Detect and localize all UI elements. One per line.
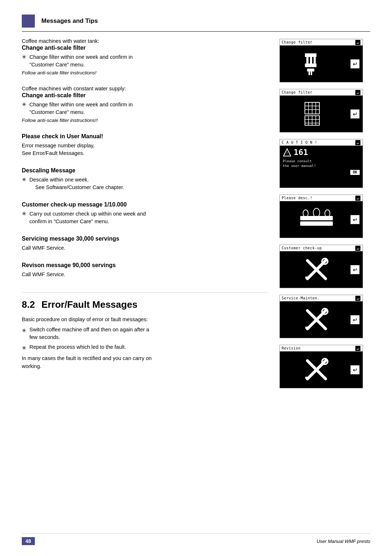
screen-icon-area-7 <box>283 357 350 383</box>
svg-point-25 <box>313 208 320 217</box>
page-header: Messages and Tips <box>22 15 370 32</box>
bullet-symbol: ✳ <box>22 176 26 183</box>
tools-graphic-3 <box>300 357 333 383</box>
screen-enter-icon-5: ↵ <box>355 245 361 251</box>
screen-icon-area-6 <box>283 307 350 332</box>
section-intro-1: Coffee machines with water tank: <box>22 38 269 44</box>
svg-rect-23 <box>300 221 333 226</box>
ok-button: OK <box>350 170 360 175</box>
section-82-title: 8.2 Error/Fault Messages <box>22 299 269 310</box>
section-text-7: Call WMF Service. <box>22 271 269 278</box>
screen-enter-icon-6: ↵ <box>355 295 361 301</box>
section-title-1: Change anti-scale filter <box>22 45 269 51</box>
screen-enter-icon-3: ↵ <box>355 140 361 146</box>
section-82-body: Basic procedure on display of error or f… <box>22 315 269 371</box>
section-intro-2: Coffee machines with constant water supp… <box>22 86 269 91</box>
main-content: Coffee machines with water tank: Change … <box>22 38 370 388</box>
screen-titlebar-5: Customer check-up ↵ <box>280 245 363 252</box>
tools-graphic-2 <box>300 307 333 332</box>
section-82-number: 8.2 <box>22 299 35 310</box>
tools-graphic-1 <box>300 257 333 282</box>
screen-enter-icon-4: ↵ <box>355 195 361 201</box>
section-title-7: Revison message 90,000 servings <box>22 262 269 269</box>
screen-icon-area-4 <box>283 207 350 232</box>
bullet-symbol: ✳ <box>22 210 26 217</box>
bullet-text: Descale within one week.See Software/Cus… <box>29 176 124 191</box>
section-revision: Revison message 90,000 servings Call WMF… <box>22 262 269 278</box>
bullet-symbol: ✳ <box>22 101 26 108</box>
section-title-5: Customer check-up message 1/10.000 <box>22 201 269 208</box>
section-title-4: Descaling Message <box>22 167 269 174</box>
section-82-closing: In many cases the fault is rectified and… <box>22 354 269 371</box>
section-text-6: Call WMF Service. <box>22 244 269 252</box>
section-customer-checkup: Customer check-up message 1/10.000 ✳ Car… <box>22 201 269 225</box>
screen-enter-btn-1: ↵ <box>350 59 360 69</box>
screen-change-filter-2: Change filter ↵ <box>279 89 363 132</box>
header-accent <box>22 15 35 28</box>
page-container: Messages and Tips Coffee machines with w… <box>0 0 392 556</box>
screen-title-text-4: Please desc.! <box>282 196 313 200</box>
screen-body-5: ↵ <box>280 252 363 288</box>
screen-body-4: ↵ <box>280 201 363 238</box>
screen-title-text-3: C A U T I O N ! <box>282 140 317 144</box>
screen-body-3: ! 161 Please consultthe user manual! OK <box>280 146 363 188</box>
section-servicing: Servicing message 30,000 servings Call W… <box>22 236 269 252</box>
section-title-2: Change anti-scale filter <box>22 92 269 99</box>
screen-title-text-1: Change filter <box>282 40 313 44</box>
section-82: 8.2 Error/Fault Messages Basic procedure… <box>22 292 269 371</box>
screen-title-text-2: Change filter <box>282 90 313 94</box>
section-title-6: Servicing message 30,000 servings <box>22 236 269 242</box>
section-text-3: Error message number display,See Error/F… <box>22 142 269 157</box>
svg-rect-0 <box>305 53 317 57</box>
screen-icon-area-1 <box>283 50 350 78</box>
screen-enter-btn-6: ↵ <box>350 315 360 324</box>
bullet-text: Repeat the process which led to the faul… <box>29 343 126 351</box>
svg-rect-1 <box>306 57 309 64</box>
bullet-item: ✳ Carry out customer check up within one… <box>22 210 269 225</box>
screen-revision: Revision ↵ ↵ <box>279 345 363 388</box>
screen-body-7: ↵ <box>280 352 363 388</box>
section-change-filter-tank: Coffee machines with water tank: Change … <box>22 38 269 75</box>
bullet-item: ✳ Change filter within one week and conf… <box>22 53 269 69</box>
screen-icon-area-2 <box>283 101 350 128</box>
svg-rect-34 <box>305 327 309 329</box>
screen-titlebar-4: Please desc.! ↵ <box>280 195 363 201</box>
screen-titlebar-1: Change filter ↵ <box>280 39 363 46</box>
svg-rect-38 <box>305 377 309 379</box>
section-title-3: Please check in User Manual! <box>22 133 269 140</box>
bullet-item: ✳ Repeat the process which led to the fa… <box>22 343 269 352</box>
bullet-symbol: ✳ <box>22 326 26 335</box>
filter-graphic-2 <box>302 101 331 128</box>
screen-customer-checkup: Customer check-up ↵ <box>279 245 363 288</box>
bullet-text: Change filter within one week and confir… <box>29 101 133 116</box>
screen-icon-area-5 <box>283 257 350 282</box>
section-82-label: Error/Fault Messages <box>41 299 137 310</box>
caution-number: 161 <box>294 148 308 157</box>
screen-titlebar-3: C A U T I O N ! ↵ <box>280 139 363 146</box>
screen-body-2: ↵ <box>280 96 363 132</box>
bullet-item: ✳ Descale within one week.See Software/C… <box>22 176 269 191</box>
screen-titlebar-2: Change filter ↵ <box>280 89 363 96</box>
screen-caution: C A U T I O N ! ↵ ! 161 Please consultth… <box>279 139 363 188</box>
section-user-manual: Please check in User Manual! Error messa… <box>22 133 269 157</box>
bullet-text: Carry out customer check up within one w… <box>29 210 146 225</box>
right-column: Change filter ↵ <box>279 38 370 388</box>
footer-manual-title: User Manual WMF presto <box>317 539 370 544</box>
caution-row: ! 161 <box>283 148 360 157</box>
screen-descale: Please desc.! ↵ <box>279 195 363 238</box>
filter-graphic-1 <box>302 50 331 78</box>
descale-graphic <box>298 207 335 232</box>
svg-rect-2 <box>310 57 312 64</box>
screen-body-1: ↵ <box>280 46 363 82</box>
screen-titlebar-7: Revision ↵ <box>280 345 363 352</box>
screen-service: Service-Mainten. ↵ ↵ <box>279 295 363 338</box>
screen-title-text-7: Revision <box>282 346 301 350</box>
screen-title-text-5: Customer check-up <box>282 246 322 250</box>
screen-title-text-6: Service-Mainten. <box>282 296 319 300</box>
left-column: Coffee machines with water tank: Change … <box>22 38 279 388</box>
screen-titlebar-6: Service-Mainten. ↵ <box>280 295 363 302</box>
svg-rect-7 <box>311 71 312 75</box>
section-82-intro: Basic procedure on display of error or f… <box>22 315 269 323</box>
svg-rect-30 <box>305 277 309 279</box>
bullet-item: ✳ Change filter within one week and conf… <box>22 101 269 116</box>
